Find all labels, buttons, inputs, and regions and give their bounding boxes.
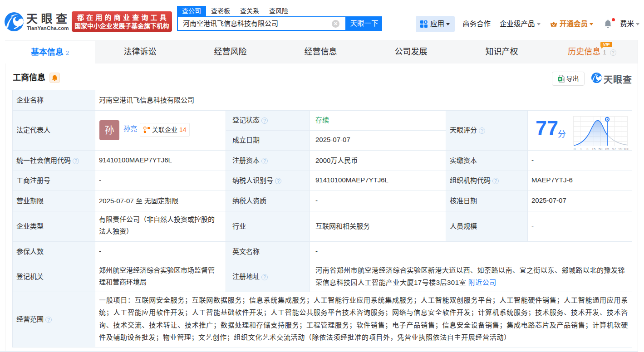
svg-text:50: 50	[599, 147, 602, 151]
svg-text:100: 100	[624, 147, 629, 151]
svg-text:97: 97	[612, 147, 616, 151]
svg-text:0: 0	[574, 147, 575, 151]
svg-text:1: 1	[580, 147, 582, 151]
svg-text:15: 15	[592, 147, 595, 151]
svg-text:85: 85	[605, 147, 609, 151]
svg-text:3: 3	[586, 147, 588, 151]
svg-text:99: 99	[619, 147, 622, 151]
